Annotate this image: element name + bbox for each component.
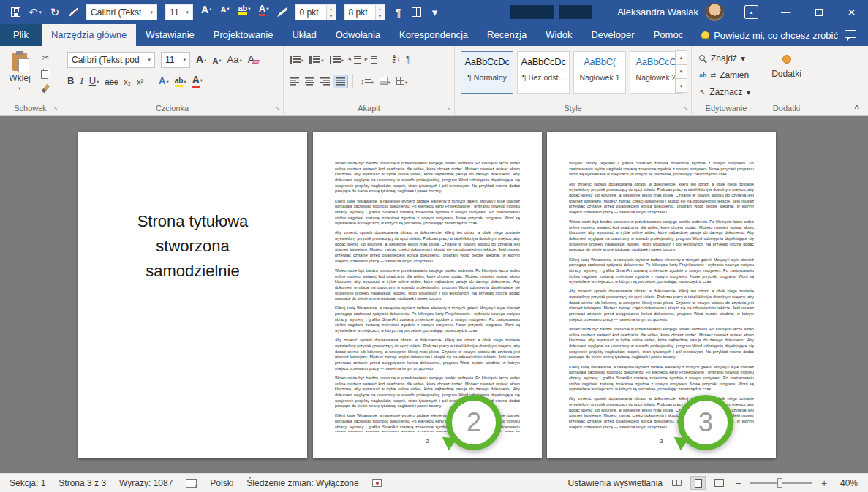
font-color-button[interactable]: A▾ — [192, 75, 203, 88]
dialog-launcher-icon[interactable]: ↘ — [275, 105, 280, 112]
borders-button[interactable]: ▾ — [396, 77, 407, 85]
minimize-button[interactable]: — — [769, 0, 802, 24]
stepper-up-icon[interactable]: ▴ — [327, 5, 336, 12]
zoom-in-button[interactable]: + — [820, 477, 829, 489]
paragraph[interactable]: Kliknij kartę Wstawianie, a następnie wy… — [335, 306, 520, 333]
tab-wstawianie[interactable]: Wstawianie — [136, 24, 203, 46]
font-color-button[interactable]: A▾ — [259, 4, 269, 21]
web-layout-button[interactable] — [712, 477, 726, 489]
paragraph[interactable]: Kliknij kartę Wstawianie, a następnie wy… — [335, 199, 520, 227]
find-button[interactable]: Znajdź ▾ — [695, 51, 751, 66]
tab-uklad[interactable]: Układ — [282, 24, 325, 46]
highlight-color-button[interactable]: ab▾ — [175, 76, 186, 87]
undo-button[interactable]: ↶▾ — [29, 4, 42, 21]
tab-pomoc[interactable]: Pomoc — [644, 24, 692, 46]
document-page-3[interactable]: motywu obrazy, wykresy i grafika SmartAr… — [547, 132, 776, 458]
tab-korespondencja[interactable]: Korespondencja — [390, 24, 478, 46]
sort-button[interactable]: AZ↓ — [393, 55, 400, 64]
document-area[interactable]: Strona tytułowa stworzona samodzielnie W… — [0, 116, 868, 473]
style-normalny[interactable]: AaBbCcDc ¶ Normalny — [461, 51, 513, 94]
change-case-button[interactable]: Aa▾ — [227, 55, 242, 65]
table-grid-button[interactable] — [412, 4, 422, 21]
user-name[interactable]: Aleksandra Wasiak — [617, 0, 698, 24]
tab-projektowanie[interactable]: Projektowanie — [204, 24, 283, 46]
align-left-button[interactable] — [290, 77, 299, 86]
print-layout-button[interactable] — [691, 477, 705, 489]
zoom-out-button[interactable]: − — [733, 477, 742, 489]
paragraph[interactable]: Aby zmienić sposób dopasowania obrazu w … — [569, 182, 754, 216]
addins-button[interactable]: Dodatki — [761, 55, 812, 79]
superscript-button[interactable]: x² — [137, 77, 143, 86]
page-body[interactable]: motywu obrazy, wykresy i grafika SmartAr… — [569, 161, 754, 432]
collapse-ribbon-button[interactable]: ^ — [855, 104, 859, 113]
underline-button[interactable]: U▾ — [89, 76, 99, 86]
paragraph[interactable]: Wideo może być bardzo pomocne w przedsta… — [569, 219, 754, 253]
styles-more-button[interactable]: ▾ — [675, 78, 687, 93]
align-right-button[interactable] — [320, 77, 330, 86]
tell-me-box[interactable]: Powiedz mi, co chcesz zrobić — [701, 24, 838, 46]
read-mode-button[interactable] — [670, 477, 684, 489]
paragraph[interactable]: Kliknij kartę Wstawianie, a następnie wy… — [569, 365, 754, 393]
highlight-color-button[interactable]: ab▾ — [238, 4, 250, 21]
close-button[interactable]: × — [835, 0, 868, 24]
shrink-font-button[interactable]: A▾ — [212, 55, 221, 65]
font-name-select[interactable]: Calibri (Tekst pod▾ — [67, 52, 155, 68]
clear-formatting-button[interactable]: A — [248, 54, 259, 65]
maximize-button[interactable] — [802, 0, 835, 24]
font-size-select[interactable]: 11▾ — [161, 52, 190, 68]
document-page-1[interactable]: Strona tytułowa stworzona samodzielnie — [78, 132, 307, 458]
bold-button[interactable]: B — [67, 76, 74, 86]
format-painter-button[interactable] — [44, 84, 48, 93]
qat-font-name-select[interactable]: Calibri (Tekst▾ — [86, 4, 157, 20]
title-page-text[interactable]: Strona tytułowa stworzona samodzielnie — [124, 209, 263, 284]
style-bez-odstepow[interactable]: AaBbCcDc ¶ Bez odst... — [517, 51, 570, 94]
status-track-changes[interactable]: Śledzenie zmian: Wyłączone — [246, 478, 358, 488]
zoom-slider[interactable] — [750, 482, 812, 484]
document-page-2[interactable]: Wideo może być bardzo pomocne w przedsta… — [313, 132, 542, 458]
zoom-level[interactable]: 40% — [836, 478, 858, 488]
dialog-launcher-icon[interactable]: ↘ — [446, 105, 451, 112]
decrease-indent-button[interactable]: ◂ — [350, 56, 361, 64]
status-section[interactable]: Sekcja: 1 — [10, 478, 45, 488]
draw-brush-button[interactable] — [68, 4, 78, 21]
spacing-before-stepper[interactable]: 0 pkt▴▾ — [295, 4, 336, 20]
qat-font-size-select[interactable]: 11▾ — [165, 4, 193, 20]
paragraph[interactable]: Wideo może być bardzo pomocne w przedsta… — [569, 327, 754, 360]
stepper-up-icon[interactable]: ▴ — [376, 5, 385, 12]
styles-scroll-down-button[interactable]: ▾ — [675, 64, 687, 79]
dialog-launcher-icon[interactable]: ↘ — [683, 105, 688, 112]
stepper-down-icon[interactable]: ▾ — [327, 12, 336, 20]
show-formatting-button[interactable]: ¶ — [406, 54, 411, 64]
replace-button[interactable]: ab ⇄ Zamień — [695, 68, 751, 83]
ribbon-display-options-button[interactable]: ▴ — [744, 5, 758, 19]
comment-icon[interactable] — [845, 30, 856, 38]
spell-check-icon[interactable]: ✓ — [186, 479, 197, 488]
copy-button[interactable] — [41, 69, 50, 78]
numbering-button[interactable]: ▾ — [309, 55, 323, 63]
shading-button[interactable]: ▾ — [380, 77, 390, 85]
page-body[interactable]: Wideo może być bardzo pomocne w przedsta… — [335, 161, 520, 432]
cut-button[interactable]: ✂ — [42, 53, 49, 63]
increase-indent-button[interactable]: ▸ — [366, 56, 377, 64]
strikethrough-button[interactable]: abc — [105, 77, 118, 86]
paragraph[interactable]: Aby zmienić sposób dopasowania obrazu w … — [335, 338, 520, 371]
multilevel-list-button[interactable]: ▾ — [330, 55, 344, 63]
pilcrow-button[interactable]: ¶ — [393, 4, 404, 21]
tab-odwolania[interactable]: Odwołania — [326, 24, 390, 46]
tab-widok[interactable]: Widok — [536, 24, 581, 46]
paste-button[interactable]: Wklej ▾ — [4, 50, 36, 105]
paragraph[interactable]: Kliknij kartę Wstawianie, a następnie wy… — [569, 257, 754, 285]
style-naglowek-1[interactable]: AaBbC( Nagłówek 1 — [573, 51, 626, 94]
status-page[interactable]: Strona 3 z 3 — [59, 478, 106, 488]
macro-record-icon[interactable] — [372, 479, 382, 487]
text-effects-button[interactable]: A▾ — [159, 76, 169, 86]
tab-developer[interactable]: Developer — [581, 24, 644, 46]
subscript-button[interactable]: x₂ — [124, 77, 131, 86]
shrink-font-button[interactable]: A▾ — [219, 4, 230, 21]
user-avatar[interactable] — [706, 3, 724, 21]
zoom-slider-thumb[interactable] — [777, 478, 782, 488]
paragraph[interactable]: Aby zmienić sposób dopasowania obrazu w … — [335, 230, 520, 264]
spacing-after-stepper[interactable]: 8 pkt▴▾ — [344, 4, 385, 20]
bullets-button[interactable]: ▾ — [290, 55, 303, 63]
align-center-button[interactable] — [305, 77, 314, 86]
